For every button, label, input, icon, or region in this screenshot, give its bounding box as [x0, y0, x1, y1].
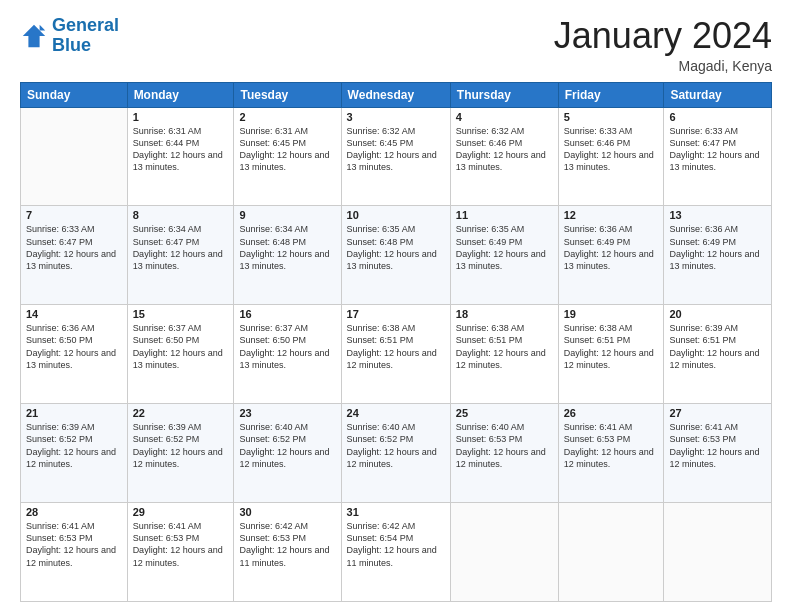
- cell-3-1: 22Sunrise: 6:39 AM Sunset: 6:52 PM Dayli…: [127, 404, 234, 503]
- cell-2-6: 20Sunrise: 6:39 AM Sunset: 6:51 PM Dayli…: [664, 305, 772, 404]
- cell-0-4: 4Sunrise: 6:32 AM Sunset: 6:46 PM Daylig…: [450, 107, 558, 206]
- day-detail: Sunrise: 6:36 AM Sunset: 6:50 PM Dayligh…: [26, 322, 122, 371]
- cell-0-5: 5Sunrise: 6:33 AM Sunset: 6:46 PM Daylig…: [558, 107, 664, 206]
- day-detail: Sunrise: 6:41 AM Sunset: 6:53 PM Dayligh…: [564, 421, 659, 470]
- cell-0-2: 2Sunrise: 6:31 AM Sunset: 6:45 PM Daylig…: [234, 107, 341, 206]
- svg-marker-1: [40, 25, 46, 31]
- day-detail: Sunrise: 6:32 AM Sunset: 6:46 PM Dayligh…: [456, 125, 553, 174]
- day-number: 8: [133, 209, 229, 221]
- day-number: 10: [347, 209, 445, 221]
- day-detail: Sunrise: 6:39 AM Sunset: 6:52 PM Dayligh…: [133, 421, 229, 470]
- day-number: 5: [564, 111, 659, 123]
- cell-3-5: 26Sunrise: 6:41 AM Sunset: 6:53 PM Dayli…: [558, 404, 664, 503]
- day-detail: Sunrise: 6:41 AM Sunset: 6:53 PM Dayligh…: [133, 520, 229, 569]
- day-number: 23: [239, 407, 335, 419]
- week-row-1: 7Sunrise: 6:33 AM Sunset: 6:47 PM Daylig…: [21, 206, 772, 305]
- logo-icon: [20, 22, 48, 50]
- cell-2-5: 19Sunrise: 6:38 AM Sunset: 6:51 PM Dayli…: [558, 305, 664, 404]
- day-number: 29: [133, 506, 229, 518]
- cell-1-1: 8Sunrise: 6:34 AM Sunset: 6:47 PM Daylig…: [127, 206, 234, 305]
- day-detail: Sunrise: 6:38 AM Sunset: 6:51 PM Dayligh…: [456, 322, 553, 371]
- day-detail: Sunrise: 6:38 AM Sunset: 6:51 PM Dayligh…: [564, 322, 659, 371]
- cell-4-2: 30Sunrise: 6:42 AM Sunset: 6:53 PM Dayli…: [234, 503, 341, 602]
- header-saturday: Saturday: [664, 82, 772, 107]
- cell-4-5: [558, 503, 664, 602]
- day-detail: Sunrise: 6:36 AM Sunset: 6:49 PM Dayligh…: [669, 223, 766, 272]
- header-thursday: Thursday: [450, 82, 558, 107]
- day-number: 26: [564, 407, 659, 419]
- logo: General Blue: [20, 16, 119, 56]
- week-row-0: 1Sunrise: 6:31 AM Sunset: 6:44 PM Daylig…: [21, 107, 772, 206]
- month-title: January 2024: [554, 16, 772, 56]
- day-number: 2: [239, 111, 335, 123]
- day-number: 20: [669, 308, 766, 320]
- day-number: 19: [564, 308, 659, 320]
- header-monday: Monday: [127, 82, 234, 107]
- cell-1-4: 11Sunrise: 6:35 AM Sunset: 6:49 PM Dayli…: [450, 206, 558, 305]
- cell-3-3: 24Sunrise: 6:40 AM Sunset: 6:52 PM Dayli…: [341, 404, 450, 503]
- cell-2-2: 16Sunrise: 6:37 AM Sunset: 6:50 PM Dayli…: [234, 305, 341, 404]
- cell-4-6: [664, 503, 772, 602]
- cell-1-0: 7Sunrise: 6:33 AM Sunset: 6:47 PM Daylig…: [21, 206, 128, 305]
- day-detail: Sunrise: 6:32 AM Sunset: 6:45 PM Dayligh…: [347, 125, 445, 174]
- day-detail: Sunrise: 6:39 AM Sunset: 6:51 PM Dayligh…: [669, 322, 766, 371]
- day-detail: Sunrise: 6:41 AM Sunset: 6:53 PM Dayligh…: [669, 421, 766, 470]
- day-number: 17: [347, 308, 445, 320]
- day-detail: Sunrise: 6:40 AM Sunset: 6:52 PM Dayligh…: [239, 421, 335, 470]
- day-detail: Sunrise: 6:41 AM Sunset: 6:53 PM Dayligh…: [26, 520, 122, 569]
- logo-text: General Blue: [52, 16, 119, 56]
- day-detail: Sunrise: 6:31 AM Sunset: 6:45 PM Dayligh…: [239, 125, 335, 174]
- week-row-2: 14Sunrise: 6:36 AM Sunset: 6:50 PM Dayli…: [21, 305, 772, 404]
- day-number: 30: [239, 506, 335, 518]
- header-row: Sunday Monday Tuesday Wednesday Thursday…: [21, 82, 772, 107]
- day-detail: Sunrise: 6:39 AM Sunset: 6:52 PM Dayligh…: [26, 421, 122, 470]
- day-detail: Sunrise: 6:31 AM Sunset: 6:44 PM Dayligh…: [133, 125, 229, 174]
- week-row-3: 21Sunrise: 6:39 AM Sunset: 6:52 PM Dayli…: [21, 404, 772, 503]
- day-detail: Sunrise: 6:36 AM Sunset: 6:49 PM Dayligh…: [564, 223, 659, 272]
- logo-line1: General: [52, 15, 119, 35]
- day-detail: Sunrise: 6:37 AM Sunset: 6:50 PM Dayligh…: [133, 322, 229, 371]
- day-number: 18: [456, 308, 553, 320]
- day-number: 25: [456, 407, 553, 419]
- cell-4-3: 31Sunrise: 6:42 AM Sunset: 6:54 PM Dayli…: [341, 503, 450, 602]
- cell-3-0: 21Sunrise: 6:39 AM Sunset: 6:52 PM Dayli…: [21, 404, 128, 503]
- cell-1-5: 12Sunrise: 6:36 AM Sunset: 6:49 PM Dayli…: [558, 206, 664, 305]
- day-detail: Sunrise: 6:40 AM Sunset: 6:53 PM Dayligh…: [456, 421, 553, 470]
- day-number: 22: [133, 407, 229, 419]
- day-detail: Sunrise: 6:34 AM Sunset: 6:47 PM Dayligh…: [133, 223, 229, 272]
- day-detail: Sunrise: 6:35 AM Sunset: 6:49 PM Dayligh…: [456, 223, 553, 272]
- header-sunday: Sunday: [21, 82, 128, 107]
- cell-0-3: 3Sunrise: 6:32 AM Sunset: 6:45 PM Daylig…: [341, 107, 450, 206]
- cell-4-0: 28Sunrise: 6:41 AM Sunset: 6:53 PM Dayli…: [21, 503, 128, 602]
- day-number: 27: [669, 407, 766, 419]
- page: General Blue January 2024 Magadi, Kenya …: [0, 0, 792, 612]
- cell-2-3: 17Sunrise: 6:38 AM Sunset: 6:51 PM Dayli…: [341, 305, 450, 404]
- day-detail: Sunrise: 6:33 AM Sunset: 6:47 PM Dayligh…: [26, 223, 122, 272]
- day-detail: Sunrise: 6:42 AM Sunset: 6:53 PM Dayligh…: [239, 520, 335, 569]
- day-detail: Sunrise: 6:37 AM Sunset: 6:50 PM Dayligh…: [239, 322, 335, 371]
- day-detail: Sunrise: 6:42 AM Sunset: 6:54 PM Dayligh…: [347, 520, 445, 569]
- day-detail: Sunrise: 6:33 AM Sunset: 6:46 PM Dayligh…: [564, 125, 659, 174]
- cell-1-6: 13Sunrise: 6:36 AM Sunset: 6:49 PM Dayli…: [664, 206, 772, 305]
- day-number: 1: [133, 111, 229, 123]
- day-detail: Sunrise: 6:35 AM Sunset: 6:48 PM Dayligh…: [347, 223, 445, 272]
- day-number: 13: [669, 209, 766, 221]
- day-detail: Sunrise: 6:33 AM Sunset: 6:47 PM Dayligh…: [669, 125, 766, 174]
- day-number: 11: [456, 209, 553, 221]
- cell-0-0: [21, 107, 128, 206]
- day-number: 31: [347, 506, 445, 518]
- day-number: 3: [347, 111, 445, 123]
- cell-3-2: 23Sunrise: 6:40 AM Sunset: 6:52 PM Dayli…: [234, 404, 341, 503]
- day-number: 9: [239, 209, 335, 221]
- day-number: 15: [133, 308, 229, 320]
- week-row-4: 28Sunrise: 6:41 AM Sunset: 6:53 PM Dayli…: [21, 503, 772, 602]
- day-number: 12: [564, 209, 659, 221]
- day-number: 24: [347, 407, 445, 419]
- cell-2-1: 15Sunrise: 6:37 AM Sunset: 6:50 PM Dayli…: [127, 305, 234, 404]
- header-wednesday: Wednesday: [341, 82, 450, 107]
- day-number: 21: [26, 407, 122, 419]
- day-detail: Sunrise: 6:34 AM Sunset: 6:48 PM Dayligh…: [239, 223, 335, 272]
- header: General Blue January 2024 Magadi, Kenya: [20, 16, 772, 74]
- cell-1-2: 9Sunrise: 6:34 AM Sunset: 6:48 PM Daylig…: [234, 206, 341, 305]
- cell-4-1: 29Sunrise: 6:41 AM Sunset: 6:53 PM Dayli…: [127, 503, 234, 602]
